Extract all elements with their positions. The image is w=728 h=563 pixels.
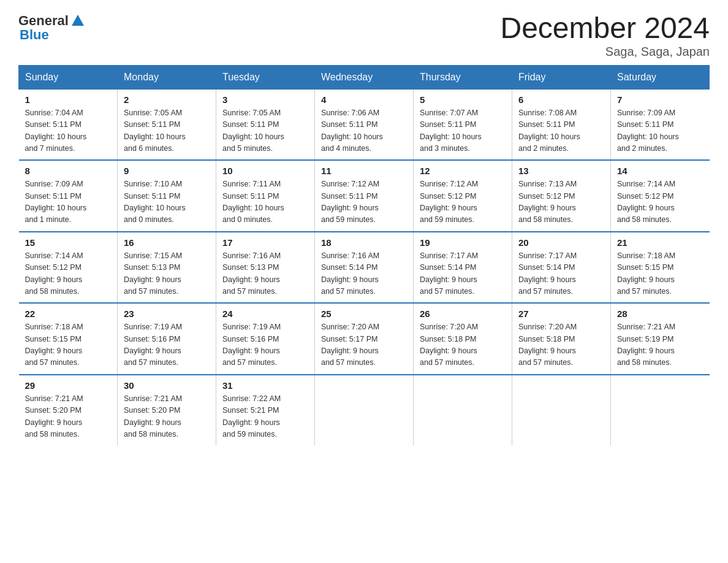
- day-number: 30: [124, 380, 210, 391]
- day-info: Sunrise: 7:19 AMSunset: 5:16 PMDaylight:…: [222, 321, 308, 369]
- calendar-cell: 23Sunrise: 7:19 AMSunset: 5:16 PMDayligh…: [118, 303, 216, 375]
- day-info: Sunrise: 7:17 AMSunset: 5:14 PMDaylight:…: [518, 250, 604, 298]
- day-info: Sunrise: 7:10 AMSunset: 5:11 PMDaylight:…: [124, 178, 210, 226]
- calendar-cell: 21Sunrise: 7:18 AMSunset: 5:15 PMDayligh…: [611, 232, 710, 304]
- calendar-week-row: 1Sunrise: 7:04 AMSunset: 5:11 PMDaylight…: [19, 89, 710, 160]
- logo: General Blue: [18, 12, 85, 43]
- day-info: Sunrise: 7:06 AMSunset: 5:11 PMDaylight:…: [321, 107, 407, 155]
- calendar-cell: 11Sunrise: 7:12 AMSunset: 5:11 PMDayligh…: [315, 160, 414, 232]
- day-number: 12: [420, 166, 506, 176]
- calendar-cell: 22Sunrise: 7:18 AMSunset: 5:15 PMDayligh…: [19, 303, 118, 375]
- day-info: Sunrise: 7:04 AMSunset: 5:11 PMDaylight:…: [25, 107, 112, 155]
- day-info: Sunrise: 7:21 AMSunset: 5:20 PMDaylight:…: [25, 393, 112, 441]
- calendar-cell: 27Sunrise: 7:20 AMSunset: 5:18 PMDayligh…: [512, 303, 611, 375]
- day-number: 2: [124, 94, 210, 105]
- day-info: Sunrise: 7:13 AMSunset: 5:12 PMDaylight:…: [518, 178, 604, 226]
- day-number: 5: [420, 94, 506, 105]
- calendar-cell: 17Sunrise: 7:16 AMSunset: 5:13 PMDayligh…: [216, 232, 315, 304]
- day-number: 1: [25, 94, 112, 105]
- day-number: 11: [321, 166, 407, 176]
- calendar-cell: 2Sunrise: 7:05 AMSunset: 5:11 PMDaylight…: [118, 89, 216, 160]
- day-info: Sunrise: 7:17 AMSunset: 5:14 PMDaylight:…: [420, 250, 506, 298]
- day-info: Sunrise: 7:14 AMSunset: 5:12 PMDaylight:…: [25, 250, 112, 298]
- day-number: 23: [124, 308, 210, 319]
- calendar-cell: 3Sunrise: 7:05 AMSunset: 5:11 PMDaylight…: [216, 89, 315, 160]
- day-number: 15: [25, 237, 112, 248]
- calendar-cell: 29Sunrise: 7:21 AMSunset: 5:20 PMDayligh…: [19, 375, 118, 446]
- day-info: Sunrise: 7:20 AMSunset: 5:18 PMDaylight:…: [518, 321, 604, 369]
- day-info: Sunrise: 7:20 AMSunset: 5:17 PMDaylight:…: [321, 321, 407, 369]
- day-number: 25: [321, 308, 407, 319]
- day-info: Sunrise: 7:14 AMSunset: 5:12 PMDaylight:…: [617, 178, 703, 226]
- day-number: 31: [222, 380, 308, 391]
- day-number: 10: [222, 166, 308, 176]
- day-info: Sunrise: 7:22 AMSunset: 5:21 PMDaylight:…: [222, 393, 308, 441]
- day-number: 6: [518, 94, 604, 105]
- calendar-cell: 26Sunrise: 7:20 AMSunset: 5:18 PMDayligh…: [414, 303, 512, 375]
- day-number: 16: [124, 237, 210, 248]
- day-number: 26: [420, 308, 506, 319]
- day-number: 14: [617, 166, 703, 176]
- calendar-cell: [414, 375, 512, 446]
- day-number: 19: [420, 237, 506, 248]
- day-of-week-header: Monday: [118, 65, 216, 89]
- calendar-cell: 6Sunrise: 7:08 AMSunset: 5:11 PMDaylight…: [512, 89, 611, 160]
- day-number: 3: [222, 94, 308, 105]
- day-info: Sunrise: 7:20 AMSunset: 5:18 PMDaylight:…: [420, 321, 506, 369]
- day-info: Sunrise: 7:21 AMSunset: 5:19 PMDaylight:…: [617, 321, 703, 369]
- day-number: 18: [321, 237, 407, 248]
- days-header-row: SundayMondayTuesdayWednesdayThursdayFrid…: [19, 65, 710, 89]
- calendar-cell: 8Sunrise: 7:09 AMSunset: 5:11 PMDaylight…: [19, 160, 118, 232]
- day-info: Sunrise: 7:09 AMSunset: 5:11 PMDaylight:…: [617, 107, 703, 155]
- day-number: 20: [518, 237, 604, 248]
- day-number: 27: [518, 308, 604, 319]
- day-number: 24: [222, 308, 308, 319]
- day-number: 8: [25, 166, 112, 176]
- calendar-cell: 14Sunrise: 7:14 AMSunset: 5:12 PMDayligh…: [611, 160, 710, 232]
- day-number: 29: [25, 380, 112, 391]
- calendar-cell: 25Sunrise: 7:20 AMSunset: 5:17 PMDayligh…: [315, 303, 414, 375]
- day-of-week-header: Sunday: [19, 65, 118, 89]
- calendar-cell: 10Sunrise: 7:11 AMSunset: 5:11 PMDayligh…: [216, 160, 315, 232]
- calendar-cell: 15Sunrise: 7:14 AMSunset: 5:12 PMDayligh…: [19, 232, 118, 304]
- calendar-cell: 5Sunrise: 7:07 AMSunset: 5:11 PMDaylight…: [414, 89, 512, 160]
- day-number: 17: [222, 237, 308, 248]
- day-info: Sunrise: 7:16 AMSunset: 5:13 PMDaylight:…: [222, 250, 308, 298]
- day-of-week-header: Friday: [512, 65, 611, 89]
- day-number: 13: [518, 166, 604, 176]
- calendar-cell: 18Sunrise: 7:16 AMSunset: 5:14 PMDayligh…: [315, 232, 414, 304]
- calendar-cell: 20Sunrise: 7:17 AMSunset: 5:14 PMDayligh…: [512, 232, 611, 304]
- day-number: 21: [617, 237, 703, 248]
- day-info: Sunrise: 7:21 AMSunset: 5:20 PMDaylight:…: [124, 393, 210, 441]
- calendar-cell: 4Sunrise: 7:06 AMSunset: 5:11 PMDaylight…: [315, 89, 414, 160]
- day-info: Sunrise: 7:08 AMSunset: 5:11 PMDaylight:…: [518, 107, 604, 155]
- day-info: Sunrise: 7:05 AMSunset: 5:11 PMDaylight:…: [124, 107, 210, 155]
- day-of-week-header: Saturday: [611, 65, 710, 89]
- calendar-title: December 2024: [500, 12, 710, 45]
- day-of-week-header: Thursday: [414, 65, 512, 89]
- calendar-cell: 9Sunrise: 7:10 AMSunset: 5:11 PMDaylight…: [118, 160, 216, 232]
- day-number: 4: [321, 94, 407, 105]
- day-info: Sunrise: 7:18 AMSunset: 5:15 PMDaylight:…: [25, 321, 112, 369]
- logo-blue-text: Blue: [20, 27, 49, 42]
- day-info: Sunrise: 7:09 AMSunset: 5:11 PMDaylight:…: [25, 178, 112, 226]
- calendar-cell: 7Sunrise: 7:09 AMSunset: 5:11 PMDaylight…: [611, 89, 710, 160]
- calendar-cell: 1Sunrise: 7:04 AMSunset: 5:11 PMDaylight…: [19, 89, 118, 160]
- calendar-cell: 16Sunrise: 7:15 AMSunset: 5:13 PMDayligh…: [118, 232, 216, 304]
- calendar-cell: 30Sunrise: 7:21 AMSunset: 5:20 PMDayligh…: [118, 375, 216, 446]
- calendar-cell: [315, 375, 414, 446]
- calendar-cell: 31Sunrise: 7:22 AMSunset: 5:21 PMDayligh…: [216, 375, 315, 446]
- calendar-cell: [512, 375, 611, 446]
- calendar-cell: 19Sunrise: 7:17 AMSunset: 5:14 PMDayligh…: [414, 232, 512, 304]
- day-info: Sunrise: 7:05 AMSunset: 5:11 PMDaylight:…: [222, 107, 308, 155]
- calendar-cell: [611, 375, 710, 446]
- page-header: General Blue December 2024 Saga, Saga, J…: [18, 12, 710, 59]
- day-number: 22: [25, 308, 112, 319]
- calendar-week-row: 15Sunrise: 7:14 AMSunset: 5:12 PMDayligh…: [19, 232, 710, 304]
- day-number: 9: [124, 166, 210, 176]
- calendar-cell: 24Sunrise: 7:19 AMSunset: 5:16 PMDayligh…: [216, 303, 315, 375]
- day-of-week-header: Tuesday: [216, 65, 315, 89]
- title-area: December 2024 Saga, Saga, Japan: [500, 12, 710, 59]
- day-info: Sunrise: 7:15 AMSunset: 5:13 PMDaylight:…: [124, 250, 210, 298]
- calendar-cell: 28Sunrise: 7:21 AMSunset: 5:19 PMDayligh…: [611, 303, 710, 375]
